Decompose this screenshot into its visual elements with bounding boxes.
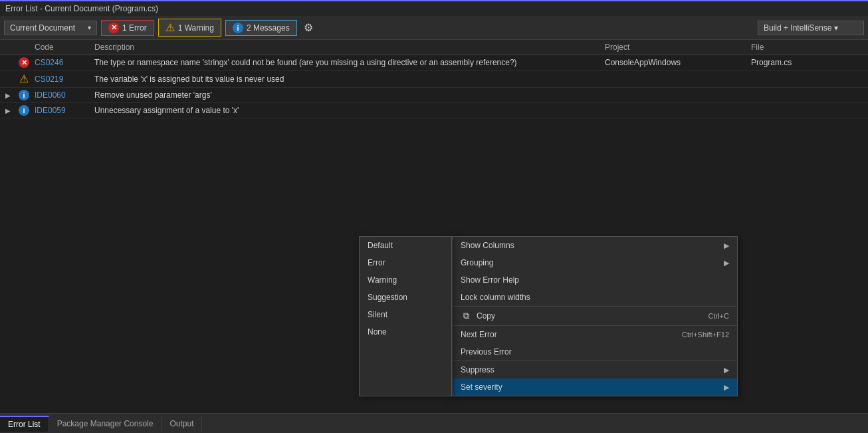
message-filter-icon: i [233, 23, 243, 33]
message-filter-btn[interactable]: i 2 Messages [225, 20, 297, 36]
row-project: ConsoleAppWindows [602, 58, 748, 67]
warning-filter-icon: ⚠ [165, 21, 175, 34]
row-code: IDE0059 [32, 106, 92, 115]
context-menu-item-lock-columns[interactable]: Lock column widths [453, 289, 737, 306]
previous-error-label: Previous Error [461, 347, 512, 357]
error-filter-label: 1 Error [122, 23, 147, 33]
row-code: CS0219 [32, 74, 92, 84]
show-columns-arrow: ▶ [724, 241, 729, 250]
info-row-icon: i [16, 105, 32, 116]
copy-shortcut: Ctrl+C [708, 312, 729, 320]
title-bar: Error List - Current Document (Program.c… [0, 0, 868, 16]
submenu-item-error[interactable]: Error [360, 254, 451, 271]
tab-package-manager-label: Package Manager Console [57, 419, 154, 428]
col-code-header: Code [32, 43, 92, 52]
warning-filter-label: 1 Warning [178, 23, 214, 33]
filter-icon[interactable]: ⚙ [301, 20, 316, 35]
copy-label: Copy [477, 311, 495, 321]
context-menu-item-suppress[interactable]: Suppress ▶ [453, 361, 737, 378]
submenu-item-silent[interactable]: Silent [360, 306, 451, 323]
row-code: IDE0060 [32, 90, 92, 100]
context-menu-item-next-error[interactable]: Next Error Ctrl+Shift+F12 [453, 325, 737, 343]
table-row[interactable]: ▶ i IDE0060 Remove unused parameter 'arg… [0, 88, 868, 103]
build-dropdown[interactable]: Build + IntelliSense ▾ [758, 21, 864, 35]
document-dropdown[interactable]: Current Document ▾ [4, 21, 97, 35]
expand-btn[interactable]: ▶ [0, 92, 16, 99]
tab-error-list-label: Error List [8, 420, 41, 429]
context-menu-item-set-severity[interactable]: Set severity ▶ [453, 378, 737, 396]
next-error-label: Next Error [461, 330, 497, 339]
context-menu-item-previous-error[interactable]: Previous Error [453, 343, 737, 361]
document-dropdown-arrow: ▾ [88, 24, 91, 31]
submenu-item-default[interactable]: Default [360, 237, 451, 254]
warning-row-icon: ⚠ [16, 72, 32, 85]
suppress-arrow: ▶ [724, 366, 729, 374]
copy-icon: ⧉ [461, 311, 471, 321]
context-menu-item-copy[interactable]: ⧉ Copy Ctrl+C [453, 306, 737, 325]
set-severity-arrow: ▶ [724, 383, 729, 392]
info-icon: i [19, 90, 29, 100]
tab-output-label: Output [169, 419, 193, 428]
context-menu-item-show-error-help[interactable]: Show Error Help [453, 271, 737, 289]
submenu-item-none[interactable]: None [360, 323, 451, 341]
document-dropdown-label: Current Document [10, 23, 75, 33]
context-menu: Show Columns ▶ Grouping ▶ Show Error Hel… [452, 236, 738, 396]
warning-filter-btn[interactable]: ⚠ 1 Warning [158, 19, 221, 37]
show-columns-label: Show Columns [461, 241, 514, 250]
row-description: The variable 'x' is assigned but its val… [92, 74, 602, 84]
expand-btn[interactable]: ▶ [0, 107, 16, 114]
error-icon: ✕ [19, 57, 29, 68]
lock-column-widths-label: Lock column widths [461, 293, 530, 302]
tab-package-manager[interactable]: Package Manager Console [49, 416, 162, 431]
tab-output[interactable]: Output [162, 416, 202, 431]
window-title: Error List - Current Document (Program.c… [5, 4, 158, 13]
table-header: Code Description Project File [0, 40, 868, 55]
col-file-header: File [748, 43, 828, 52]
grouping-label: Grouping [461, 258, 493, 267]
col-icon [16, 43, 32, 52]
message-filter-label: 2 Messages [247, 23, 290, 33]
error-filter-icon: ✕ [108, 23, 119, 33]
table-row[interactable]: ⚠ CS0219 The variable 'x' is assigned bu… [0, 71, 868, 88]
submenu-item-suggestion[interactable]: Suggestion [360, 289, 451, 306]
col-description-header: Description [92, 43, 602, 52]
error-row-icon: ✕ [16, 57, 32, 68]
error-filter-btn[interactable]: ✕ 1 Error [101, 20, 154, 36]
info-row-icon: i [16, 90, 32, 100]
context-menu-item-grouping[interactable]: Grouping ▶ [453, 254, 737, 271]
col-expand [0, 43, 16, 52]
build-dropdown-label: Build + IntelliSense [764, 23, 831, 33]
col-extra [828, 43, 868, 52]
build-dropdown-arrow: ▾ [834, 23, 838, 33]
row-description: Remove unused parameter 'args' [92, 90, 602, 100]
set-severity-label: Set severity [461, 382, 502, 392]
grouping-arrow: ▶ [724, 259, 729, 267]
severity-submenu: Default Error Warning Suggestion Silent … [359, 236, 452, 396]
row-file: Program.cs [748, 58, 828, 67]
next-error-shortcut: Ctrl+Shift+F12 [682, 331, 729, 339]
tab-error-list[interactable]: Error List [0, 416, 49, 432]
bottom-tabs: Error List Package Manager Console Outpu… [0, 413, 868, 433]
toolbar: Current Document ▾ ✕ 1 Error ⚠ 1 Warning… [0, 16, 868, 40]
row-description: The type or namespace name 'stringx' cou… [92, 58, 602, 67]
table-row[interactable]: ✕ CS0246 The type or namespace name 'str… [0, 55, 868, 71]
row-description: Unnecessary assignment of a value to 'x' [92, 106, 602, 115]
col-project-header: Project [602, 43, 748, 52]
show-error-help-label: Show Error Help [461, 275, 519, 285]
suppress-label: Suppress [461, 365, 494, 374]
table-row[interactable]: ▶ i IDE0059 Unnecessary assignment of a … [0, 103, 868, 118]
warning-icon: ⚠ [19, 72, 29, 85]
row-code: CS0246 [32, 58, 92, 67]
context-menu-container: Default Error Warning Suggestion Silent … [359, 236, 738, 396]
context-menu-item-show-columns[interactable]: Show Columns ▶ [453, 237, 737, 254]
info-icon: i [19, 105, 29, 116]
submenu-item-warning[interactable]: Warning [360, 271, 451, 289]
